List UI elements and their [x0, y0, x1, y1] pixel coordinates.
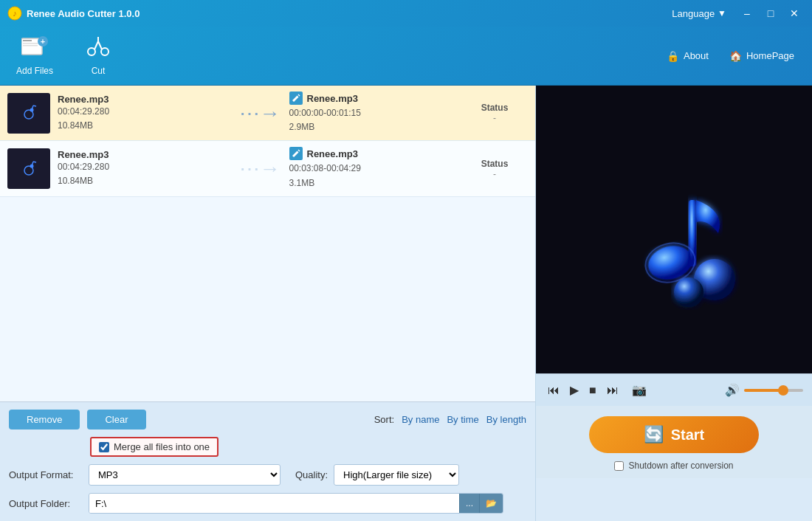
edit-output-button[interactable]: [289, 92, 303, 105]
cut-label: Cut: [92, 66, 106, 76]
folder-open-button[interactable]: 📂: [479, 494, 503, 513]
skip-back-button[interactable]: ⏮: [545, 382, 562, 398]
close-button[interactable]: ✕: [784, 5, 805, 21]
arrow-area: ⋯→: [230, 101, 289, 125]
folder-browse-button[interactable]: ...: [459, 494, 479, 513]
arrow-area: ⋯→: [230, 156, 289, 181]
remove-button[interactable]: Remove: [9, 410, 80, 429]
quality-select[interactable]: High(Larger file size): [334, 464, 459, 486]
status-value: -: [461, 113, 528, 123]
format-group: Output Format: MP3: [9, 464, 281, 486]
clear-button[interactable]: Clear: [87, 410, 145, 429]
output-info: Renee.mp3 00:03:08-00:04:29 3.1MB: [289, 147, 462, 190]
merge-checkbox-container[interactable]: Merge all files into one: [90, 437, 219, 457]
play-button[interactable]: ▶: [567, 382, 582, 398]
about-label: About: [684, 50, 709, 61]
edit-output-button[interactable]: [289, 147, 303, 160]
svg-rect-13: [16, 100, 42, 126]
output-filename: Renee.mp3: [307, 93, 358, 104]
merge-row: Merge all files into one: [9, 437, 526, 457]
file-info: Renee.mp3 00:04:29.280 10.84MB: [58, 94, 230, 133]
shutdown-checkbox[interactable]: [614, 461, 624, 471]
language-dropdown-icon[interactable]: ▼: [718, 8, 726, 18]
file-size: 10.84MB: [58, 174, 230, 188]
svg-text:+: +: [41, 37, 45, 46]
svg-text:♪: ♪: [13, 9, 17, 18]
folder-input[interactable]: [89, 494, 459, 513]
skip-forward-button[interactable]: ⏭: [604, 382, 622, 398]
folder-label: Output Folder:: [9, 498, 83, 509]
svg-line-10: [94, 41, 98, 49]
app-title: Renee Audio Cutter 1.0.0: [27, 8, 672, 19]
homepage-icon: 🏠: [729, 50, 742, 62]
file-thumbnail: [7, 148, 50, 189]
folder-open-icon: 📂: [486, 498, 497, 508]
language-selector[interactable]: Language ▼: [672, 8, 726, 19]
screenshot-button[interactable]: 📷: [629, 382, 650, 398]
volume-icon: 🔊: [725, 383, 740, 397]
table-row[interactable]: Renee.mp3 00:04:29.280 10.84MB ⋯→ Renee.…: [0, 141, 535, 196]
table-row[interactable]: Renee.mp3 00:04:29.280 10.84MB ⋯→ Renee.…: [0, 86, 535, 141]
quality-label: Quality:: [295, 469, 328, 480]
file-size: 10.84MB: [58, 119, 230, 133]
output-info: Renee.mp3 00:00:00-00:01:15 2.9MB: [289, 92, 462, 134]
status-area: Status -: [461, 103, 528, 123]
start-icon: 🔄: [644, 425, 664, 444]
status-label: Status: [461, 103, 528, 113]
output-info-header: Renee.mp3: [289, 147, 462, 160]
file-list: Renee.mp3 00:04:29.280 10.84MB ⋯→ Renee.…: [0, 86, 535, 401]
skip-forward-icon: ⏭: [607, 384, 619, 397]
svg-rect-4: [23, 43, 38, 44]
start-button[interactable]: 🔄 Start: [589, 416, 759, 453]
merge-checkbox[interactable]: [99, 442, 109, 452]
main-content: Renee.mp3 00:04:29.280 10.84MB ⋯→ Renee.…: [0, 86, 812, 521]
file-name: Renee.mp3: [58, 149, 230, 160]
quality-group: Quality: High(Larger file size): [295, 464, 459, 486]
action-btn-row: Remove Clear Sort: By name By time By le…: [9, 410, 526, 429]
svg-line-17: [33, 106, 36, 106]
add-files-button[interactable]: + Add Files: [7, 30, 62, 82]
bottom-controls: Remove Clear Sort: By name By time By le…: [0, 401, 535, 521]
output-size: 2.9MB: [289, 120, 462, 134]
sort-by-time[interactable]: By time: [447, 414, 478, 425]
volume-slider[interactable]: [744, 389, 803, 392]
output-time: 00:00:00-00:01:15: [289, 106, 462, 120]
minimize-button[interactable]: –: [737, 5, 757, 21]
shutdown-label: Shutdown after conversion: [628, 460, 733, 471]
homepage-button[interactable]: 🏠 HomePage: [719, 46, 805, 66]
file-duration: 00:04:29.280: [58, 160, 230, 174]
homepage-label: HomePage: [746, 50, 794, 61]
titlebar: ♪ Renee Audio Cutter 1.0.0 Language ▼ – …: [0, 0, 812, 27]
start-area: 🔄 Start Shutdown after conversion: [536, 406, 812, 478]
start-label: Start: [671, 427, 705, 444]
output-info-header: Renee.mp3: [289, 92, 462, 105]
folder-input-container: ... 📂: [89, 493, 503, 514]
sort-by-name[interactable]: By name: [402, 414, 439, 425]
format-label: Output Format:: [9, 469, 83, 480]
output-size: 3.1MB: [289, 176, 462, 190]
about-button[interactable]: 🔒 About: [656, 46, 719, 66]
sort-by-length[interactable]: By length: [486, 414, 526, 425]
music-visual: [608, 163, 740, 296]
status-area: Status -: [461, 159, 528, 179]
add-files-label: Add Files: [16, 66, 53, 76]
merge-label: Merge all files into one: [114, 441, 210, 452]
right-panel: ⏮ ▶ ■ ⏭ 📷 🔊 🔄 Start: [536, 86, 812, 521]
svg-rect-5: [23, 45, 38, 46]
convert-arrow-icon: ⋯→: [239, 101, 281, 125]
status-label: Status: [461, 159, 528, 169]
player-controls: ⏮ ▶ ■ ⏭ 📷 🔊: [536, 373, 812, 406]
sort-label: Sort:: [374, 414, 394, 425]
music-note-svg: [608, 163, 755, 311]
language-label: Language: [672, 8, 715, 19]
format-select[interactable]: MP3: [89, 464, 281, 486]
format-row: Output Format: MP3 Quality: High(Larger …: [9, 464, 526, 486]
shutdown-row: Shutdown after conversion: [614, 460, 733, 471]
convert-arrow-icon: ⋯→: [239, 156, 281, 181]
svg-rect-18: [16, 156, 42, 182]
file-thumbnail: [7, 93, 50, 134]
play-icon: ▶: [570, 383, 579, 397]
cut-button[interactable]: Cut: [77, 30, 120, 82]
stop-button[interactable]: ■: [586, 382, 599, 398]
maximize-button[interactable]: □: [760, 5, 781, 21]
